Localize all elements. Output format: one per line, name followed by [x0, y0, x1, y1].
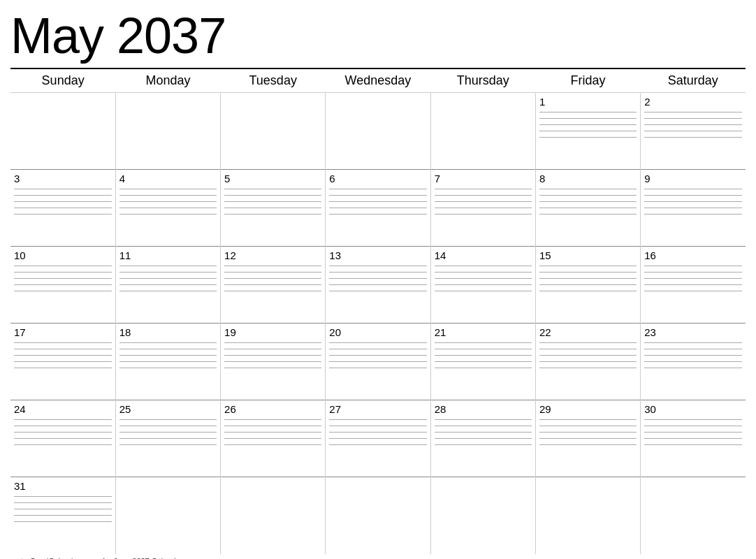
writing-line	[644, 214, 742, 215]
writing-line	[224, 195, 321, 196]
day-number: 11	[119, 249, 217, 261]
writing-line	[224, 444, 321, 445]
writing-lines	[435, 419, 532, 445]
week-row: 12	[10, 93, 746, 170]
page-title: May 2037	[10, 7, 746, 64]
writing-line	[435, 195, 532, 196]
calendar-cell	[535, 477, 640, 554]
writing-lines	[644, 189, 742, 215]
writing-lines	[119, 266, 217, 291]
writing-line	[224, 361, 321, 362]
writing-line	[14, 368, 112, 368]
calendar-cell: 5	[221, 170, 326, 247]
writing-line	[539, 272, 637, 273]
writing-line	[435, 361, 532, 362]
calendar-cell: 16	[641, 247, 746, 324]
writing-line	[224, 266, 321, 266]
writing-line	[119, 266, 217, 266]
day-number: 26	[224, 403, 321, 415]
day-number: 2	[644, 96, 742, 108]
writing-lines	[224, 419, 321, 445]
calendar-cell: 21	[430, 324, 535, 400]
writing-line	[644, 426, 742, 426]
writing-line	[329, 208, 426, 208]
writing-line	[539, 112, 637, 112]
writing-line	[119, 291, 217, 291]
writing-lines	[224, 189, 321, 215]
writing-line	[14, 509, 112, 509]
writing-line	[539, 284, 637, 285]
writing-line	[539, 368, 637, 368]
writing-line	[224, 342, 321, 343]
writing-line	[224, 438, 321, 439]
calendar-cell: 18	[115, 324, 220, 400]
writing-line	[539, 124, 637, 125]
writing-lines	[435, 266, 532, 291]
writing-line	[644, 131, 742, 131]
footer-text: go to GoodCalendars.com for June 2037 Ca…	[10, 557, 746, 560]
calendar-cell	[326, 477, 430, 554]
writing-line	[119, 189, 217, 189]
days-of-week-row: SundayMondayTuesdayWednesdayThursdayFrid…	[10, 68, 746, 93]
calendar-cell: 13	[326, 247, 430, 324]
writing-line	[119, 201, 217, 202]
writing-line	[119, 195, 217, 196]
writing-line	[539, 195, 637, 196]
writing-line	[119, 284, 217, 285]
calendar-cell: 15	[535, 247, 640, 324]
calendar-cell: 17	[10, 324, 115, 400]
writing-line	[224, 284, 321, 285]
day-number: 29	[539, 403, 637, 415]
writing-lines	[329, 189, 426, 215]
writing-line	[224, 291, 321, 291]
writing-line	[435, 432, 532, 433]
day-number: 28	[435, 403, 532, 415]
writing-line	[329, 278, 426, 279]
writing-line	[14, 426, 112, 426]
calendar-cell: 3	[10, 170, 115, 247]
writing-line	[119, 355, 217, 356]
writing-lines	[644, 266, 742, 291]
writing-line	[539, 355, 637, 356]
writing-line	[644, 349, 742, 349]
calendar-cell	[115, 477, 220, 554]
writing-line	[644, 438, 742, 439]
day-number: 14	[435, 249, 532, 261]
calendar-cell: 12	[221, 247, 326, 324]
writing-line	[435, 266, 532, 266]
writing-line	[119, 438, 217, 439]
writing-lines	[539, 419, 637, 445]
writing-lines	[224, 266, 321, 291]
calendar-cell	[430, 93, 535, 170]
writing-line	[435, 438, 532, 439]
writing-line	[224, 201, 321, 202]
day-of-week-header: Friday	[535, 68, 640, 93]
calendar-cell: 2	[641, 93, 746, 170]
week-row: 24252627282930	[10, 400, 746, 477]
writing-line	[14, 201, 112, 202]
calendar-cell: 29	[535, 400, 640, 477]
day-number: 4	[119, 173, 217, 184]
writing-line	[644, 444, 742, 445]
writing-lines	[644, 419, 742, 445]
writing-line	[644, 266, 742, 266]
day-of-week-header: Wednesday	[326, 68, 430, 93]
writing-lines	[435, 189, 532, 215]
writing-line	[644, 342, 742, 343]
day-number: 30	[644, 403, 742, 415]
writing-lines	[329, 419, 426, 445]
day-number: 16	[644, 249, 742, 261]
writing-line	[435, 189, 532, 189]
writing-line	[119, 208, 217, 208]
writing-lines	[119, 189, 217, 215]
week-row: 3456789	[10, 170, 746, 247]
writing-line	[435, 272, 532, 273]
writing-line	[539, 214, 637, 215]
writing-lines	[119, 342, 217, 368]
writing-line	[435, 208, 532, 208]
writing-line	[14, 515, 112, 516]
writing-line	[329, 342, 426, 343]
writing-line	[14, 284, 112, 285]
writing-line	[539, 438, 637, 439]
writing-line	[644, 195, 742, 196]
